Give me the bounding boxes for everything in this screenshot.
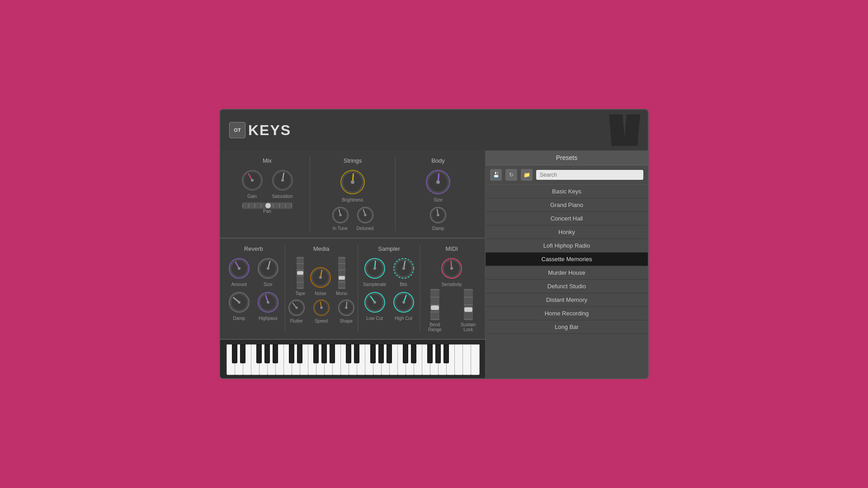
samplerate-group: Samplerate	[363, 257, 387, 287]
piano-black-key[interactable]	[321, 344, 327, 363]
pan-slider[interactable]	[242, 202, 292, 209]
piano-black-key[interactable]	[346, 344, 351, 363]
in-tune-label: In Tune	[333, 226, 348, 231]
preset-item[interactable]: Lofi Hiphop Radio	[486, 239, 648, 253]
piano-black-key[interactable]	[264, 344, 270, 363]
logo-text: KEYS	[248, 122, 291, 139]
high-cut-knob[interactable]	[392, 291, 415, 314]
tape-slider[interactable]	[297, 257, 304, 289]
preset-item[interactable]: Home Recording	[486, 307, 648, 320]
flutter-knob[interactable]	[288, 299, 306, 317]
samplerate-knob[interactable]	[363, 257, 387, 280]
reverb-damp-knob[interactable]	[227, 291, 251, 314]
preset-item[interactable]: Long Bar	[486, 320, 648, 334]
body-damp-knob[interactable]	[429, 206, 447, 224]
gain-label: Gain	[247, 194, 257, 199]
piano-white-key[interactable]	[471, 344, 480, 375]
saturation-label: Saturation	[272, 194, 293, 199]
bottom-controls: Reverb Amount	[220, 239, 485, 339]
reverb-size-group: Size	[256, 257, 280, 287]
piano-black-key[interactable]	[370, 344, 376, 363]
body-size-knob[interactable]	[425, 169, 452, 196]
sustain-lock-group: Sustain Lock	[456, 289, 481, 332]
reverb-amount-knob[interactable]	[227, 257, 251, 280]
preset-item[interactable]: Concert Hall	[486, 212, 648, 225]
reverb-amount-group: Amount	[227, 257, 251, 287]
brightness-knob[interactable]	[339, 169, 366, 196]
sustain-lock-slider[interactable]	[464, 289, 473, 320]
preset-item[interactable]: Cassette Memories	[486, 253, 648, 266]
bits-knob[interactable]	[392, 257, 415, 280]
in-tune-group: In Tune	[331, 206, 349, 231]
presets-panel: Presets 💾 ↻ 📁 Basic KeysGrand PianoConce…	[485, 150, 648, 378]
saturation-knob[interactable]	[271, 169, 294, 192]
preset-search-input[interactable]	[536, 170, 643, 180]
in-tune-knob[interactable]	[331, 206, 349, 224]
svg-point-53	[373, 301, 376, 304]
piano-white-key[interactable]	[454, 344, 463, 375]
preset-item[interactable]: Murder House	[486, 266, 648, 280]
mono-slider[interactable]	[338, 257, 345, 289]
reverb-damp-label: Damp	[233, 316, 245, 321]
reverb-highpass-knob[interactable]	[256, 291, 280, 314]
piano-black-key[interactable]	[289, 344, 294, 363]
piano-black-key[interactable]	[443, 344, 449, 363]
noise-label: Noise	[315, 291, 326, 296]
reverb-knobs: Amount Size	[227, 257, 280, 321]
svg-point-14	[364, 214, 366, 216]
plugin-container: OT KEYS Mix	[219, 109, 649, 379]
preset-item[interactable]: Honky	[486, 225, 648, 239]
preset-item[interactable]: Distant Memory	[486, 293, 648, 307]
save-preset-button[interactable]: 💾	[490, 169, 502, 181]
preset-item[interactable]: Basic Keys	[486, 185, 648, 198]
sustain-lock-label: Sustain Lock	[456, 322, 481, 332]
noise-knob[interactable]	[309, 266, 332, 289]
bend-range-slider[interactable]	[430, 289, 439, 320]
media-top-row: Tape Noise	[295, 257, 347, 296]
sensitivity-label: Sensitivity	[442, 282, 462, 287]
preset-item[interactable]: Defunct Studio	[486, 280, 648, 293]
reverb-title: Reverb	[244, 245, 263, 252]
svg-point-32	[267, 301, 269, 304]
strings-title: Strings	[344, 157, 362, 164]
brightness-group: Brightness	[339, 169, 366, 202]
piano-black-key[interactable]	[240, 344, 245, 363]
reverb-size-knob[interactable]	[256, 257, 280, 280]
piano-black-key[interactable]	[354, 344, 359, 363]
refresh-presets-button[interactable]: ↻	[505, 169, 517, 181]
folder-button[interactable]: 📁	[521, 169, 533, 181]
piano-black-key[interactable]	[387, 344, 392, 363]
sampler-title: Sampler	[378, 245, 400, 252]
strings-bottom-row: In Tune Detuned	[331, 206, 374, 231]
piano-black-key[interactable]	[297, 344, 302, 363]
piano-black-key[interactable]	[256, 344, 262, 363]
piano-white-key[interactable]	[462, 344, 472, 375]
detuned-knob[interactable]	[356, 206, 374, 224]
piano-black-key[interactable]	[435, 344, 441, 363]
sensitivity-knob[interactable]	[440, 257, 463, 280]
bend-range-label: Bend Range	[423, 322, 447, 332]
presets-toolbar: 💾 ↻ 📁	[486, 165, 648, 185]
low-cut-knob[interactable]	[363, 291, 387, 314]
speed-knob[interactable]	[312, 299, 330, 317]
svg-point-8	[351, 180, 354, 184]
piano-black-key[interactable]	[313, 344, 319, 363]
preset-item[interactable]: Grand Piano	[486, 198, 648, 212]
piano-black-key[interactable]	[378, 344, 384, 363]
piano-black-key[interactable]	[411, 344, 416, 363]
shape-knob[interactable]	[337, 299, 355, 317]
gain-knob[interactable]	[241, 169, 264, 192]
gain-group: Gain	[241, 169, 264, 199]
low-cut-label: Low Cut	[366, 316, 383, 321]
bits-label: Bits	[400, 282, 407, 287]
piano-black-key[interactable]	[232, 344, 237, 363]
piano-black-key[interactable]	[427, 344, 433, 363]
bits-group: Bits	[392, 257, 415, 287]
piano-black-key[interactable]	[273, 344, 278, 363]
speed-label: Speed	[315, 319, 328, 324]
piano-black-key[interactable]	[403, 344, 408, 363]
piano-black-key[interactable]	[330, 344, 335, 363]
svg-point-50	[402, 267, 405, 270]
mix-knobs-row: Gain Saturation	[241, 169, 294, 199]
pan-label: Pan	[263, 209, 271, 214]
